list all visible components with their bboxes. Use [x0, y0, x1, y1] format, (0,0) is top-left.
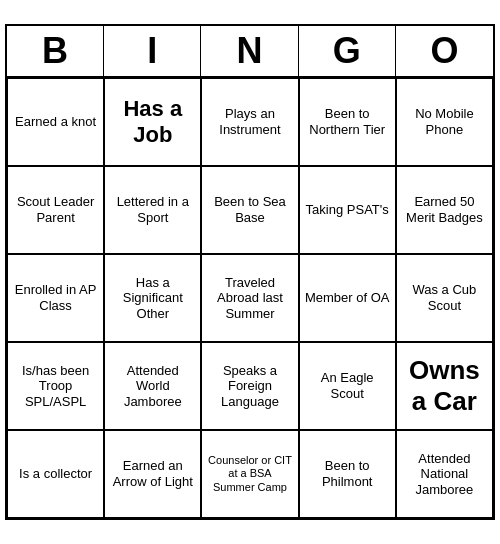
bingo-cell-20[interactable]: Is a collector: [7, 430, 104, 518]
bingo-cell-13[interactable]: Member of OA: [299, 254, 396, 342]
cell-text: Earned 50 Merit Badges: [401, 194, 488, 225]
cell-text: Has a Significant Other: [109, 275, 196, 322]
bingo-cell-24[interactable]: Attended National Jamboree: [396, 430, 493, 518]
cell-text: Attended National Jamboree: [401, 451, 488, 498]
bingo-cell-21[interactable]: Earned an Arrow of Light: [104, 430, 201, 518]
cell-text: Member of OA: [305, 290, 390, 306]
cell-text: Is a collector: [19, 466, 92, 482]
bingo-cell-17[interactable]: Speaks a Foreign Language: [201, 342, 298, 430]
cell-text: Taking PSAT's: [306, 202, 389, 218]
bingo-cell-19[interactable]: Owns a Car: [396, 342, 493, 430]
bingo-cell-6[interactable]: Lettered in a Sport: [104, 166, 201, 254]
cell-text: Has a Job: [109, 96, 196, 149]
bingo-cell-3[interactable]: Been to Northern Tier: [299, 78, 396, 166]
cell-text: Lettered in a Sport: [109, 194, 196, 225]
bingo-cell-23[interactable]: Been to Philmont: [299, 430, 396, 518]
header-letter: N: [201, 26, 298, 76]
cell-text: Enrolled in AP Class: [12, 282, 99, 313]
cell-text: Owns a Car: [401, 355, 488, 417]
bingo-cell-18[interactable]: An Eagle Scout: [299, 342, 396, 430]
cell-text: Was a Cub Scout: [401, 282, 488, 313]
cell-text: Been to Philmont: [304, 458, 391, 489]
cell-text: Attended World Jamboree: [109, 363, 196, 410]
cell-text: No Mobile Phone: [401, 106, 488, 137]
header-letter: B: [7, 26, 104, 76]
header-letter: G: [299, 26, 396, 76]
cell-text: Earned an Arrow of Light: [109, 458, 196, 489]
cell-text: Is/has been Troop SPL/ASPL: [12, 363, 99, 410]
cell-text: Traveled Abroad last Summer: [206, 275, 293, 322]
header-letter: O: [396, 26, 493, 76]
header-letter: I: [104, 26, 201, 76]
bingo-cell-8[interactable]: Taking PSAT's: [299, 166, 396, 254]
cell-text: Earned a knot: [15, 114, 96, 130]
bingo-cell-14[interactable]: Was a Cub Scout: [396, 254, 493, 342]
bingo-cell-9[interactable]: Earned 50 Merit Badges: [396, 166, 493, 254]
bingo-grid: Earned a knotHas a JobPlays an Instrumen…: [7, 78, 493, 518]
bingo-cell-11[interactable]: Has a Significant Other: [104, 254, 201, 342]
bingo-cell-4[interactable]: No Mobile Phone: [396, 78, 493, 166]
cell-text: Scout Leader Parent: [12, 194, 99, 225]
bingo-cell-12[interactable]: Traveled Abroad last Summer: [201, 254, 298, 342]
bingo-cell-22[interactable]: Counselor or CIT at a BSA Summer Camp: [201, 430, 298, 518]
bingo-cell-0[interactable]: Earned a knot: [7, 78, 104, 166]
bingo-cell-5[interactable]: Scout Leader Parent: [7, 166, 104, 254]
bingo-cell-10[interactable]: Enrolled in AP Class: [7, 254, 104, 342]
bingo-header: BINGO: [7, 26, 493, 78]
bingo-cell-15[interactable]: Is/has been Troop SPL/ASPL: [7, 342, 104, 430]
bingo-cell-16[interactable]: Attended World Jamboree: [104, 342, 201, 430]
cell-text: Plays an Instrument: [206, 106, 293, 137]
bingo-card: BINGO Earned a knotHas a JobPlays an Ins…: [5, 24, 495, 520]
cell-text: Speaks a Foreign Language: [206, 363, 293, 410]
cell-text: Counselor or CIT at a BSA Summer Camp: [206, 454, 293, 494]
bingo-cell-7[interactable]: Been to Sea Base: [201, 166, 298, 254]
cell-text: Been to Northern Tier: [304, 106, 391, 137]
cell-text: An Eagle Scout: [304, 370, 391, 401]
bingo-cell-1[interactable]: Has a Job: [104, 78, 201, 166]
bingo-cell-2[interactable]: Plays an Instrument: [201, 78, 298, 166]
cell-text: Been to Sea Base: [206, 194, 293, 225]
